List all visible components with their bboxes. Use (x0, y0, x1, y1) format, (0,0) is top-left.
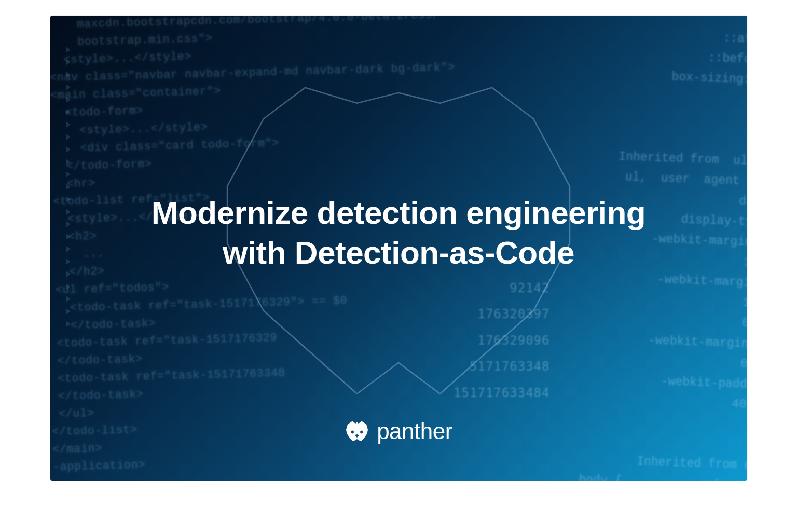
headline-text: Modernize detection engineering with Det… (152, 193, 646, 273)
headline-container: Modernize detection engineering with Det… (50, 16, 747, 481)
brand-lockup: panther (50, 418, 747, 444)
panther-logo-icon (345, 419, 369, 444)
hero-banner: maxcdn.bootstrapcdn.com/bootstrap/4.0.0-… (50, 16, 747, 481)
brand-name: panther (377, 418, 452, 444)
headline-line-2: with Detection-as-Code (223, 235, 574, 270)
headline-line-1: Modernize detection engineering (152, 195, 646, 230)
